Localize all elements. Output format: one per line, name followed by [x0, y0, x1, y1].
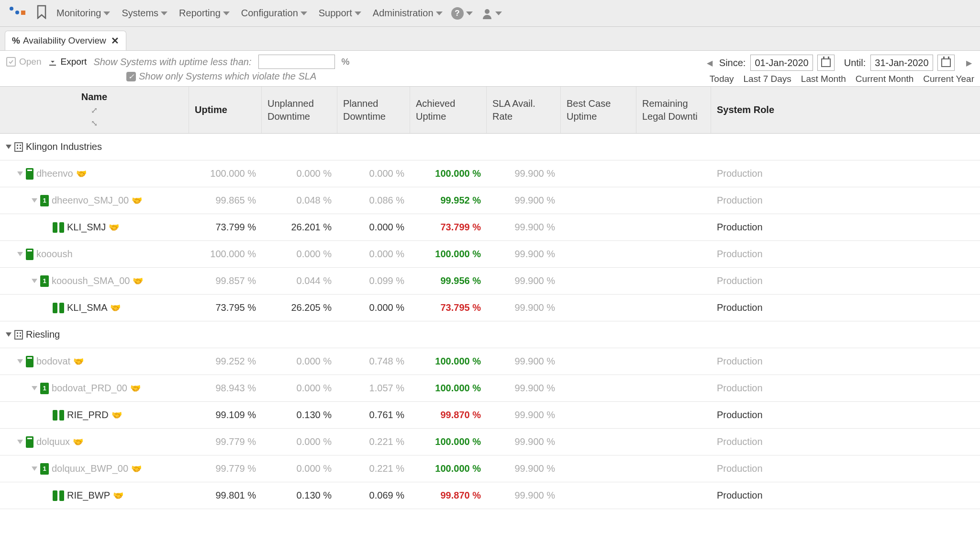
row-name: RIE_BWP [67, 490, 110, 501]
table-row[interactable]: Klingon Industries [0, 134, 980, 160]
chevron-down-icon [495, 11, 502, 15]
table-row[interactable]: 1koooush_SMA_00🤝99.857 %0.044 %0.099 %99… [0, 268, 980, 295]
download-icon [48, 57, 57, 67]
since-calendar-button[interactable] [817, 55, 835, 71]
col-sla[interactable]: SLA Avail.Rate [487, 87, 561, 133]
expand-toggle-icon[interactable] [17, 252, 23, 256]
svg-rect-2 [21, 11, 25, 15]
until-date-input[interactable]: 31-Jan-2020 [870, 55, 933, 71]
row-name: RIE_PRD [67, 410, 109, 421]
uptime-filter-input[interactable] [258, 55, 335, 69]
table-row[interactable]: 1dheenvo_SMJ_00🤝99.865 %0.048 %0.086 %99… [0, 187, 980, 214]
table-row[interactable]: KLI_SMA🤝73.795 %26.205 %0.000 %73.795 %9… [0, 295, 980, 321]
expand-toggle-icon[interactable] [32, 279, 37, 283]
row-name: koooush_SMA_00 [52, 275, 130, 286]
quick-range-current-year[interactable]: Current Year [923, 74, 974, 84]
expand-toggle-icon[interactable] [17, 440, 23, 444]
help-menu[interactable]: ? [451, 7, 473, 20]
server-icon [26, 356, 33, 367]
nav-support[interactable]: Support [319, 8, 361, 19]
since-date-input[interactable]: 01-Jan-2020 [750, 55, 813, 71]
row-name: dheenvo [36, 168, 73, 179]
handshake-icon: 🤝 [73, 437, 83, 447]
nav-systems[interactable]: Systems [122, 8, 167, 19]
col-best[interactable]: Best CaseUptime [561, 87, 636, 133]
expand-toggle-icon[interactable] [32, 466, 37, 471]
handshake-icon: 🤝 [113, 490, 123, 501]
server-icon [26, 168, 33, 180]
chevron-down-icon [301, 11, 307, 15]
table-row[interactable]: 1bodovat_PRD_00🤝98.943 %0.000 %1.057 %10… [0, 375, 980, 402]
instance-icon: 1 [40, 463, 49, 475]
table-body: Klingon Industriesdheenvo🤝100.000 %0.000… [0, 134, 980, 509]
handshake-icon: 🤝 [132, 195, 142, 206]
svg-point-3 [485, 9, 490, 14]
quick-range-today[interactable]: Today [710, 74, 734, 84]
database-icon [53, 222, 64, 233]
nav-administration[interactable]: Administration [373, 8, 443, 19]
table-row[interactable]: RIE_PRD🤝99.109 %0.130 %0.761 %99.870 %99… [0, 402, 980, 429]
database-icon [53, 410, 64, 421]
expand-toggle-icon[interactable] [6, 332, 11, 337]
col-planned[interactable]: PlannedDowntime [337, 87, 410, 133]
nav-configuration[interactable]: Configuration [241, 8, 307, 19]
handshake-icon: 🤝 [130, 383, 141, 394]
svg-point-0 [10, 7, 13, 11]
col-remain[interactable]: RemainingLegal Downti [636, 87, 711, 133]
row-name: dolquux [36, 436, 70, 447]
nav-reporting[interactable]: Reporting [179, 8, 230, 19]
building-icon [14, 142, 23, 152]
table-row[interactable]: 1dolquux_BWP_00🤝99.779 %0.000 %0.221 %10… [0, 455, 980, 482]
chevron-down-icon [355, 11, 361, 15]
col-name[interactable]: Name ⤢ ⤡ [0, 87, 189, 133]
tab-availability-overview[interactable]: % Availability Overview ✕ [5, 31, 126, 50]
chevron-down-icon [436, 11, 443, 15]
sla-filter-label: Show only Systems which violate the SLA [139, 71, 316, 82]
row-name: Klingon Industries [26, 141, 102, 152]
expand-toggle-icon[interactable] [17, 359, 23, 364]
handshake-icon: 🤝 [76, 169, 87, 179]
table-row[interactable]: Riesling [0, 321, 980, 348]
col-role[interactable]: System Role [711, 87, 980, 133]
quick-range-last-month[interactable]: Last Month [801, 74, 846, 84]
date-prev-button[interactable]: ◀ [705, 58, 714, 68]
sla-filter-checkbox[interactable]: ✓ [126, 72, 136, 81]
col-achieved[interactable]: AchievedUptime [410, 87, 487, 133]
expand-toggle-icon[interactable] [32, 198, 37, 203]
col-unplanned[interactable]: UnplannedDowntime [262, 87, 337, 133]
date-next-button[interactable]: ▶ [964, 58, 974, 68]
open-icon [6, 57, 16, 67]
quick-range-current-month[interactable]: Current Month [856, 74, 913, 84]
expand-all-icon[interactable]: ⤢ [91, 105, 98, 115]
uptime-filter-label: Show Systems with uptime less than: [93, 57, 251, 68]
nav-monitoring[interactable]: Monitoring [56, 8, 110, 19]
until-calendar-button[interactable] [937, 55, 955, 71]
instance-icon: 1 [40, 195, 49, 206]
expand-toggle-icon[interactable] [6, 145, 11, 149]
collapse-all-icon[interactable]: ⤡ [91, 118, 98, 128]
handshake-icon: 🤝 [133, 276, 143, 286]
export-button[interactable]: Export [48, 57, 87, 67]
col-uptime[interactable]: Uptime [189, 87, 262, 133]
user-menu[interactable] [481, 8, 502, 19]
database-icon [53, 490, 64, 501]
svg-point-1 [15, 11, 19, 14]
table-row[interactable]: dheenvo🤝100.000 %0.000 %0.000 %100.000 %… [0, 160, 980, 187]
table-row[interactable]: KLI_SMJ🤝73.799 %26.201 %0.000 %73.799 %9… [0, 214, 980, 241]
table-row[interactable]: bodovat🤝99.252 %0.000 %0.748 %100.000 %9… [0, 348, 980, 375]
table-row[interactable]: dolquux🤝99.779 %0.000 %0.221 %100.000 %9… [0, 429, 980, 455]
table-row[interactable]: koooush100.000 %0.000 %0.000 %100.000 %9… [0, 241, 980, 268]
expand-toggle-icon[interactable] [32, 386, 37, 390]
chevron-down-icon [223, 11, 230, 15]
row-name: KLI_SMA [67, 302, 107, 313]
table-row[interactable]: RIE_BWP🤝99.801 %0.130 %0.069 %99.870 %99… [0, 482, 980, 509]
bookmark-icon[interactable] [35, 5, 48, 22]
open-button: Open [6, 57, 41, 67]
tab-close-icon[interactable]: ✕ [111, 35, 119, 46]
chevron-down-icon [466, 11, 473, 15]
expand-toggle-icon[interactable] [17, 171, 23, 176]
quick-range-last-7-days[interactable]: Last 7 Days [744, 74, 791, 84]
database-icon [53, 303, 64, 313]
server-icon [26, 249, 33, 260]
tab-bar: % Availability Overview ✕ [0, 27, 980, 51]
